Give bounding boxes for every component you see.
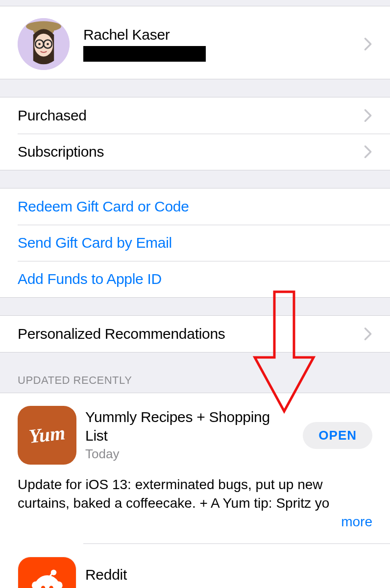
row-label: Redeem Gift Card or Code: [18, 198, 189, 215]
app-description-row: Update for iOS 13: exterminated bugs, pu…: [0, 465, 390, 543]
svg-point-7: [38, 43, 41, 46]
personalized-recommendations-row[interactable]: Personalized Recommendations: [0, 316, 390, 352]
avatar: [18, 18, 70, 70]
more-link[interactable]: more: [336, 513, 372, 531]
profile-row[interactable]: Rachel Kaser: [0, 6, 390, 79]
add-funds-row[interactable]: Add Funds to Apple ID: [0, 261, 390, 297]
svg-point-8: [47, 43, 49, 46]
send-gift-card-row[interactable]: Send Gift Card by Email: [0, 225, 390, 261]
app-title: Reddit: [85, 565, 372, 584]
profile-name: Rachel Kaser: [83, 26, 206, 43]
row-label: Subscriptions: [18, 143, 104, 160]
app-icon-reddit: [18, 557, 76, 588]
app-date: Today: [85, 447, 294, 462]
purchased-row[interactable]: Purchased: [0, 97, 390, 134]
redeem-gift-card-row[interactable]: Redeem Gift Card or Code: [0, 188, 390, 225]
app-row-yummly[interactable]: Yum Yummly Recipes + Shopping List Today…: [0, 393, 390, 465]
app-row-reddit[interactable]: Reddit: [0, 544, 390, 588]
chevron-right-icon: [364, 37, 372, 51]
row-label: Purchased: [18, 107, 87, 124]
row-label: Personalized Recommendations: [18, 326, 225, 342]
chevron-right-icon: [364, 145, 372, 159]
updated-recently-header: Updated Recently: [0, 353, 390, 393]
svg-point-14: [50, 570, 56, 576]
subscriptions-row[interactable]: Subscriptions: [0, 134, 390, 170]
open-button[interactable]: OPEN: [303, 422, 372, 449]
row-label: Send Gift Card by Email: [18, 235, 172, 251]
app-title: Yummly Recipes + Shopping List: [85, 408, 294, 445]
row-label: Add Funds to Apple ID: [18, 271, 162, 287]
app-icon-yummly: Yum: [18, 406, 76, 465]
redacted-email: [83, 46, 206, 62]
chevron-right-icon: [364, 327, 372, 341]
app-description: Update for iOS 13: exterminated bugs, pu…: [18, 475, 372, 513]
chevron-right-icon: [364, 109, 372, 122]
